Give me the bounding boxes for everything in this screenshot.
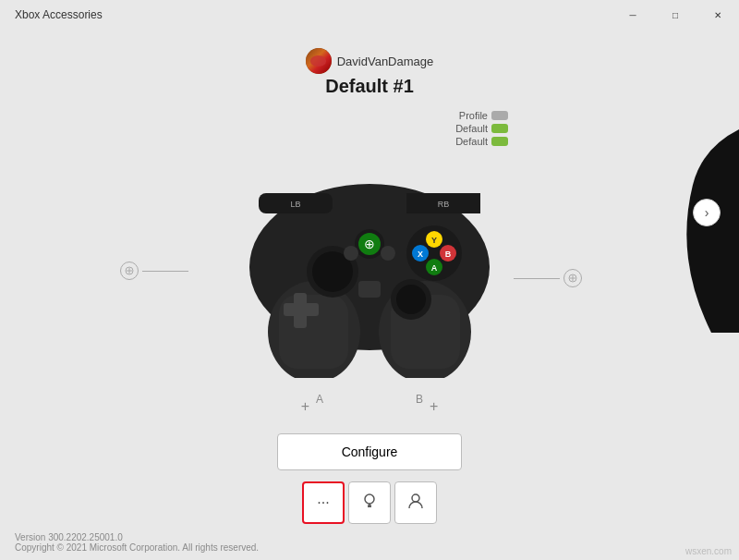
minimize-button[interactable]: ─ xyxy=(612,0,654,30)
plus-left-icon: + xyxy=(301,398,309,415)
user-row: DavidVanDamage xyxy=(306,48,434,74)
controller-image: A B X Y ⊕ xyxy=(231,138,508,378)
default1-label-text: Default xyxy=(455,123,488,134)
profile-label-row: Profile xyxy=(459,110,508,121)
left-indicator xyxy=(120,262,188,280)
svg-point-30 xyxy=(381,246,395,261)
right-indicator-line xyxy=(514,278,560,279)
svg-text:⊕: ⊕ xyxy=(364,237,375,251)
more-options-button[interactable]: ··· xyxy=(302,481,345,524)
svg-text:B: B xyxy=(445,250,452,259)
avatar-image xyxy=(306,48,332,74)
plus-right-icon: + xyxy=(430,398,438,415)
more-options-icon: ··· xyxy=(317,494,329,511)
user-icon xyxy=(406,492,425,514)
maximize-button[interactable]: □ xyxy=(654,0,697,30)
configure-label: Configure xyxy=(342,444,398,459)
profile-label-text: Profile xyxy=(459,110,488,121)
left-indicator-circle xyxy=(120,262,139,280)
copyright-text: Copyright © 2021 Microsoft Corporation. … xyxy=(15,542,259,553)
bulb-button[interactable] xyxy=(348,481,391,524)
configure-section: Configure ··· xyxy=(277,433,462,524)
svg-rect-32 xyxy=(284,303,319,316)
right-indicator xyxy=(514,269,582,287)
close-button[interactable]: ✕ xyxy=(697,0,739,30)
next-controller-button[interactable]: › xyxy=(693,199,721,226)
svg-text:Y: Y xyxy=(431,236,437,245)
main-content: DavidVanDamage Default #1 Profile Defaul… xyxy=(0,30,739,524)
version-text: Version 300.2202.25001.0 xyxy=(15,532,259,542)
svg-point-16 xyxy=(396,285,426,314)
svg-text:RB: RB xyxy=(438,200,450,209)
watermark: wsxen.com xyxy=(685,546,732,556)
app-title: Xbox Accessories xyxy=(15,8,103,21)
plus-icons: + + xyxy=(301,398,439,415)
profile-icon xyxy=(491,111,508,120)
controller-area: Profile Default Default xyxy=(102,110,637,424)
svg-point-40 xyxy=(412,494,419,502)
svg-rect-33 xyxy=(358,281,381,298)
username: DavidVanDamage xyxy=(337,55,434,68)
configure-button[interactable]: Configure xyxy=(277,433,462,470)
right-indicator-circle xyxy=(563,269,582,287)
svg-point-36 xyxy=(365,494,374,504)
avatar xyxy=(306,48,332,74)
chevron-right-icon: › xyxy=(705,205,709,220)
user-button[interactable] xyxy=(394,481,437,524)
default1-icon xyxy=(491,124,508,133)
user-section: DavidVanDamage Default #1 xyxy=(306,48,434,97)
titlebar: Xbox Accessories ─ □ ✕ xyxy=(0,0,739,30)
icon-buttons-row: ··· xyxy=(302,481,437,524)
left-indicator-line xyxy=(142,271,188,272)
svg-text:X: X xyxy=(418,250,423,259)
svg-text:LB: LB xyxy=(290,200,300,209)
svg-text:A: A xyxy=(431,263,438,273)
svg-point-29 xyxy=(344,246,358,261)
window-controls: ─ □ ✕ xyxy=(612,0,739,30)
profile-name: Default #1 xyxy=(325,76,414,97)
footer: Version 300.2202.25001.0 Copyright © 202… xyxy=(15,532,259,553)
right-partial-controller: › xyxy=(656,74,739,351)
default1-label-row: Default xyxy=(455,123,508,134)
bulb-icon xyxy=(360,492,379,514)
